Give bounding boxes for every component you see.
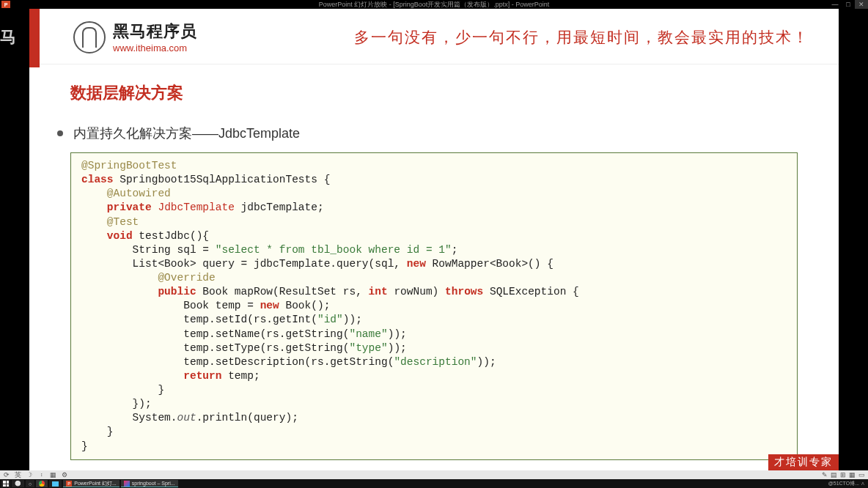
window-titlebar: P PowerPoint 幻灯片放映 - [SpringBoot开发实用篇（发布…: [0, 0, 868, 9]
ime-status-bar: ⟳ 英 ☽ ᛬ ▦ ⚙ ✎ ▤ ⊞ ▦ ▭: [0, 470, 868, 479]
taskbar-intellij[interactable]: springboot – Spri...: [121, 480, 178, 487]
slide: 黑马程序员 www.itheima.com 多一句没有，少一句不行，用最短时间，…: [29, 9, 839, 470]
chrome-icon: [39, 481, 45, 487]
start-button[interactable]: [1, 480, 10, 487]
taskbar-powerpoint[interactable]: P PowerPoint 幻灯...: [63, 480, 119, 487]
view-icon-4[interactable]: ▦: [849, 471, 856, 478]
bullet-icon: [57, 130, 63, 136]
view-icon-5[interactable]: ▭: [858, 471, 865, 478]
minimize-button[interactable]: —: [828, 0, 842, 9]
logo-text-cn: 黑马程序员: [113, 21, 197, 42]
logo-box: 黑马程序员 www.itheima.com: [73, 21, 197, 53]
taskbar-tray: @51CTO博... ∧: [827, 480, 867, 487]
ppt-icon: P: [66, 481, 72, 487]
ime-icon-keyboard[interactable]: ▦: [49, 471, 56, 478]
view-icon-1[interactable]: ✎: [822, 471, 828, 478]
slide-header: 黑马程序员 www.itheima.com 多一句没有，少一句不行，用最短时间，…: [29, 9, 839, 64]
ime-lang[interactable]: 英: [15, 470, 21, 480]
view-icon-3[interactable]: ⊞: [840, 471, 846, 478]
idea-icon: [124, 481, 130, 487]
taskbar-explorer[interactable]: [49, 480, 62, 487]
section-title: 数据层解决方案: [70, 82, 798, 104]
view-icon-2[interactable]: ▤: [831, 471, 837, 478]
slide-content: 数据层解决方案 内置持久化解决方案——JdbcTemplate @SpringB…: [29, 64, 839, 469]
ime-icon-punct[interactable]: ᛬: [37, 471, 45, 478]
bullet-line: 内置持久化解决方案——JdbcTemplate: [57, 125, 798, 142]
taskbar-idea-label: springboot – Spri...: [132, 481, 175, 486]
taskbar-ppt-label: PowerPoint 幻灯...: [74, 480, 117, 487]
windows-taskbar: ⚪ ○ P PowerPoint 幻灯... springboot – Spri…: [0, 479, 868, 488]
header-tagline: 多一句没有，少一句不行，用最短时间，教会最实用的技术！: [354, 27, 809, 48]
maximize-button[interactable]: □: [842, 0, 855, 9]
tray-text[interactable]: @51CTO博... ∧: [827, 480, 867, 487]
window-title: PowerPoint 幻灯片放映 - [SpringBoot开发实用篇（发布版）…: [319, 0, 550, 10]
ppt-view-controls: ✎ ▤ ⊞ ▦ ▭: [822, 471, 865, 478]
taskbar-chrome[interactable]: [36, 480, 48, 487]
bullet-text: 内置持久化解决方案——JdbcTemplate: [73, 125, 300, 142]
windows-icon: [3, 481, 9, 487]
ime-icon-moon[interactable]: ☽: [26, 471, 33, 478]
close-button[interactable]: ✕: [855, 0, 868, 9]
app-icon: P: [1, 1, 10, 8]
ime-icon-gear[interactable]: ⚙: [61, 471, 68, 478]
logo-icon: [73, 21, 106, 53]
left-accent-bar: [29, 9, 40, 67]
slideshow-area[interactable]: 黑马 黑马程序员 www.itheima.com 多一句没有，少一句不行，用最短…: [0, 9, 868, 470]
ime-icon-1[interactable]: ⟳: [3, 471, 10, 478]
code-block: @SpringBootTest class Springboot15SqlApp…: [70, 152, 798, 460]
taskbar-search[interactable]: ⚪: [12, 480, 24, 487]
window-controls: — □ ✕: [828, 0, 868, 9]
footer-brand: 才培训专家: [768, 454, 839, 470]
watermark-text: 黑马: [0, 26, 16, 48]
folder-icon: [52, 481, 59, 487]
logo-url: www.itheima.com: [113, 42, 197, 53]
taskbar-cortana[interactable]: ○: [26, 480, 34, 487]
